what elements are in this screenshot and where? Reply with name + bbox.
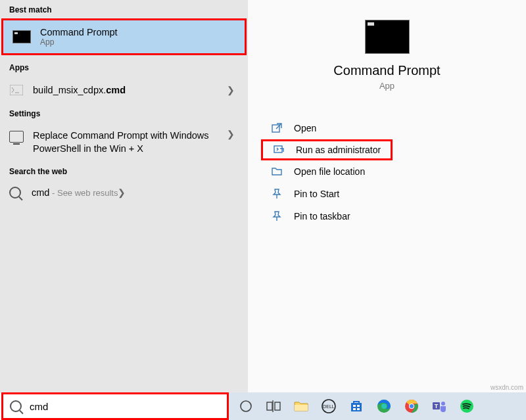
app-result-label: build_msix_cdpx.cmd <box>33 84 227 96</box>
search-input[interactable] <box>30 401 220 412</box>
watermark: wsxdn.com <box>490 384 523 391</box>
section-best-match: Best match <box>0 0 248 18</box>
svg-point-3 <box>241 401 251 411</box>
search-results-panel: Best match Command Prompt App Apps build… <box>0 0 248 392</box>
settings-result-text: Replace Command Prompt with Windows Powe… <box>33 129 227 155</box>
svg-rect-0 <box>10 85 23 95</box>
taskbar: DELL T <box>229 392 526 420</box>
svg-text:T: T <box>435 403 439 409</box>
cortana-icon[interactable] <box>238 398 254 414</box>
section-web: Search the web <box>0 162 248 180</box>
action-pin-to-start[interactable]: Pin to Start <box>264 183 526 205</box>
action-run-as-administrator[interactable]: Run as administrator <box>261 139 393 160</box>
svg-rect-12 <box>357 405 360 407</box>
svg-rect-5 <box>275 402 280 410</box>
preview-title: Command Prompt <box>248 63 526 78</box>
chevron-right-icon: ❯ <box>118 187 130 198</box>
file-explorer-icon[interactable] <box>293 398 309 414</box>
task-view-icon[interactable] <box>266 398 281 414</box>
settings-result-replace-cmd[interactable]: Replace Command Prompt with Windows Powe… <box>0 122 248 162</box>
action-open-file-location[interactable]: Open file location <box>264 160 526 183</box>
svg-rect-14 <box>357 408 360 410</box>
svg-point-16 <box>381 404 387 409</box>
svg-rect-4 <box>267 402 272 410</box>
section-apps: Apps <box>0 58 248 76</box>
svg-rect-11 <box>353 405 356 407</box>
dell-icon[interactable]: DELL <box>321 398 337 414</box>
best-match-title: Command Prompt <box>40 27 118 37</box>
svg-rect-1 <box>272 125 279 132</box>
section-settings: Settings <box>0 104 248 122</box>
svg-rect-13 <box>353 408 356 410</box>
monitor-icon <box>9 131 24 143</box>
chevron-right-icon: ❯ <box>227 85 239 95</box>
svg-text:DELL: DELL <box>323 404 335 409</box>
command-prompt-icon <box>12 30 31 43</box>
pin-icon <box>270 210 283 223</box>
action-pin-to-taskbar[interactable]: Pin to taskbar <box>264 205 526 227</box>
taskbar-search-box[interactable] <box>1 392 229 420</box>
shield-admin-icon <box>272 143 285 156</box>
store-icon[interactable] <box>348 398 364 414</box>
best-match-command-prompt[interactable]: Command Prompt App <box>1 18 247 55</box>
edge-icon[interactable] <box>376 398 392 414</box>
web-result-cmd[interactable]: cmd - See web results ❯ <box>0 180 248 205</box>
svg-point-22 <box>441 402 445 406</box>
open-icon <box>270 122 283 135</box>
chrome-icon[interactable] <box>404 398 419 414</box>
chevron-right-icon: ❯ <box>227 129 239 139</box>
preview-sub: App <box>248 81 526 91</box>
action-open[interactable]: Open <box>264 117 526 139</box>
search-icon <box>9 187 21 198</box>
search-icon <box>10 400 22 412</box>
svg-rect-10 <box>351 403 362 411</box>
script-file-icon <box>9 83 24 97</box>
svg-point-19 <box>410 404 414 408</box>
svg-rect-7 <box>295 405 308 411</box>
best-match-sub: App <box>40 37 118 47</box>
pin-icon <box>270 187 283 200</box>
folder-icon <box>270 165 283 178</box>
command-prompt-icon <box>365 20 410 54</box>
preview-panel: Command Prompt App Open Run as administr… <box>248 0 526 392</box>
app-result-build-cmd[interactable]: build_msix_cdpx.cmd ❯ <box>0 76 248 104</box>
spotify-icon[interactable] <box>459 398 475 414</box>
teams-icon[interactable]: T <box>431 398 447 414</box>
